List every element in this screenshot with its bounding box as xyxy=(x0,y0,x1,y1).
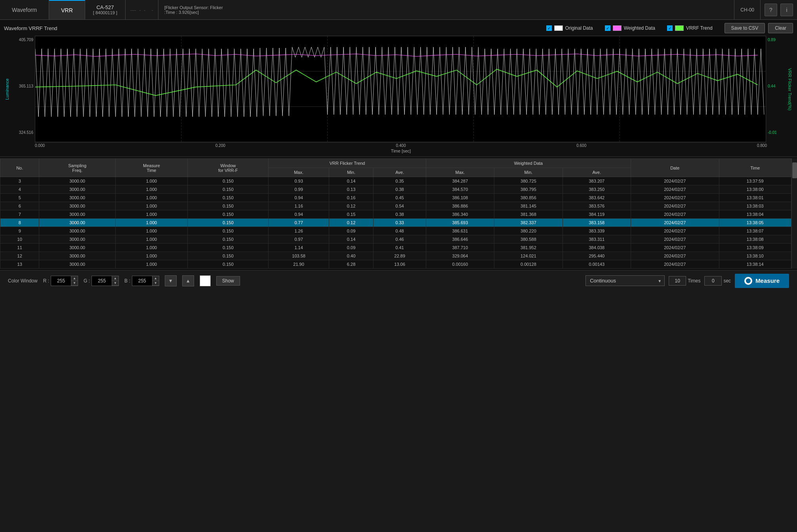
r-down-btn[interactable]: ▼ xyxy=(71,281,78,286)
signal-area: ---- - - - xyxy=(126,0,158,19)
weighted-checkbox[interactable]: ✓ xyxy=(605,25,610,31)
x-axis-labels: 0.000 0.200 0.400 0.600 0.800 xyxy=(35,143,767,149)
col-vrr-min: Min. xyxy=(329,168,373,177)
table-row[interactable]: 73000.001.0000.1500.940.150.38386.340381… xyxy=(0,210,791,219)
col-vrr-max: Max. xyxy=(269,168,329,177)
col-window: Windowfor VRR-F xyxy=(188,159,269,177)
r-group: R : ▲ ▼ xyxy=(43,276,78,286)
table-row[interactable]: 33000.001.0000.1500.930.140.35384.287380… xyxy=(0,177,791,185)
vrrf-color xyxy=(675,25,684,31)
measure-button[interactable]: Measure xyxy=(735,274,789,288)
device-info: CA-527 [ 84000119 ] xyxy=(85,0,126,19)
top-bar: Waveform VRR CA-527 [ 84000119 ] ---- - … xyxy=(0,0,797,20)
original-color xyxy=(554,25,563,31)
table-row[interactable]: 103000.001.0000.1500.970.140.46386.64638… xyxy=(0,235,791,244)
sec-label: sec xyxy=(723,278,731,284)
vrrf-checkbox[interactable]: ✓ xyxy=(667,25,673,31)
bottom-bar: Color Window R : ▲ ▼ G : ▲ ▼ B : ▲ ▼ xyxy=(0,270,797,291)
r-spinners: ▲ ▼ xyxy=(71,276,78,286)
scroll-thumb[interactable] xyxy=(792,162,797,178)
table-row[interactable]: 113000.001.0000.1501.140.090.41387.71038… xyxy=(0,244,791,252)
times-label: Times xyxy=(688,278,700,284)
weighted-color xyxy=(613,25,622,31)
y-axis-right: 0.89 0.44 -0.01 xyxy=(766,36,786,143)
col-w-min: Min. xyxy=(494,168,562,177)
color-preview xyxy=(200,275,211,286)
save-csv-button[interactable]: Save to CSV xyxy=(725,23,765,33)
bottom-right: Continuous ▼ Times sec Measure xyxy=(585,274,789,288)
up-arrow-button[interactable]: ▲ xyxy=(182,275,194,286)
times-input[interactable] xyxy=(669,276,686,286)
table-outer: No. SamplingFreq. MeasureTime Windowfor … xyxy=(0,158,797,269)
original-checkbox[interactable]: ✓ xyxy=(546,25,552,31)
b-spinners: ▲ ▼ xyxy=(152,276,159,286)
b-input-wrap: ▲ ▼ xyxy=(132,276,159,286)
continuous-select-wrap: Continuous ▼ xyxy=(585,275,665,286)
legend-weighted: ✓ Weighted Data xyxy=(605,25,655,31)
y-axis-left-label: Luminance xyxy=(4,36,10,143)
sec-input[interactable] xyxy=(704,276,722,286)
g-spinners: ▲ ▼ xyxy=(112,276,118,286)
chart-header: Waveform VRRF Trend ✓ Original Data ✓ We… xyxy=(4,23,793,33)
col-vrr-group: VRR Flicker Trend xyxy=(269,159,426,168)
sensor-info: [Flicker Output Sensor: Flicker :Time : … xyxy=(158,0,735,19)
table-section: No. SamplingFreq. MeasureTime Windowfor … xyxy=(0,157,797,270)
clear-button[interactable]: Clear xyxy=(768,23,793,33)
col-w-max: Max. xyxy=(426,168,494,177)
tab-waveform[interactable]: Waveform xyxy=(0,0,49,19)
b-group: B : ▲ ▼ xyxy=(124,276,159,286)
table-row[interactable]: 83000.001.0000.1500.770.120.33385.693382… xyxy=(0,219,791,227)
y-axis-right-label: VRR Flicker Trend(%) xyxy=(787,36,793,143)
table-scroll[interactable]: No. SamplingFreq. MeasureTime Windowfor … xyxy=(0,158,791,269)
table-row[interactable]: 93000.001.0000.1501.260.090.48386.631380… xyxy=(0,227,791,235)
chart-wrapper: Luminance 405.709 365.113 324.516 xyxy=(4,36,793,143)
table-row[interactable]: 123000.001.0000.150103.580.4022.89329.06… xyxy=(0,252,791,260)
col-vrr-ave: Ave. xyxy=(374,168,426,177)
scrollbar[interactable] xyxy=(791,158,797,269)
g-input[interactable] xyxy=(92,276,112,286)
col-w-ave: Ave. xyxy=(562,168,631,177)
b-input[interactable] xyxy=(132,276,152,286)
r-input-wrap: ▲ ▼ xyxy=(51,276,78,286)
table-row[interactable]: 133000.001.0000.15021.906.2813.060.00160… xyxy=(0,260,791,269)
b-up-btn[interactable]: ▲ xyxy=(153,276,159,281)
col-no: No. xyxy=(0,159,39,177)
tab-vrr[interactable]: VRR xyxy=(49,0,85,19)
chart-canvas[interactable] xyxy=(35,36,766,143)
sec-wrap: sec xyxy=(704,276,731,286)
legend-original: ✓ Original Data xyxy=(546,25,593,31)
channel-info: CH-00 xyxy=(734,0,761,19)
g-group: G : ▲ ▼ xyxy=(84,276,119,286)
table-row[interactable]: 63000.001.0000.1501.160.120.54386.886381… xyxy=(0,202,791,210)
b-down-btn[interactable]: ▼ xyxy=(153,281,159,286)
x-axis-area: 0.000 0.200 0.400 0.600 0.800 Time [sec] xyxy=(4,143,793,153)
help-icon[interactable]: ? xyxy=(765,4,777,16)
chart-section: Waveform VRRF Trend ✓ Original Data ✓ We… xyxy=(0,20,797,157)
chart-title: Waveform VRRF Trend xyxy=(4,25,57,31)
col-sampling: SamplingFreq. xyxy=(39,159,115,177)
data-table: No. SamplingFreq. MeasureTime Windowfor … xyxy=(0,158,791,269)
col-date: Date xyxy=(631,159,719,177)
info-icon[interactable]: i xyxy=(780,4,793,16)
table-row[interactable]: 53000.001.0000.1500.940.160.45386.108380… xyxy=(0,194,791,202)
measure-icon-inner xyxy=(746,278,751,283)
g-down-btn[interactable]: ▼ xyxy=(112,281,118,286)
table-row[interactable]: 43000.001.0000.1500.990.130.38384.570380… xyxy=(0,185,791,194)
color-window-label: Color Window xyxy=(8,278,38,284)
x-axis-title: Time [sec] xyxy=(391,149,411,153)
col-time: Time xyxy=(719,159,791,177)
times-wrap: Times xyxy=(669,276,700,286)
continuous-select[interactable]: Continuous xyxy=(585,275,665,286)
col-measure-time: MeasureTime xyxy=(115,159,187,177)
chart-actions: Save to CSV Clear xyxy=(725,23,793,33)
col-weighted-group: Weighted Data xyxy=(426,159,631,168)
measure-icon xyxy=(744,277,752,285)
g-input-wrap: ▲ ▼ xyxy=(92,276,119,286)
top-icons: ? i xyxy=(761,0,797,19)
legend-vrrf: ✓ VRRF Trend xyxy=(667,25,713,31)
r-up-btn[interactable]: ▲ xyxy=(71,276,78,281)
r-input[interactable] xyxy=(51,276,71,286)
down-arrow-button[interactable]: ▼ xyxy=(165,275,177,286)
g-up-btn[interactable]: ▲ xyxy=(112,276,118,281)
show-button[interactable]: Show xyxy=(216,276,240,286)
